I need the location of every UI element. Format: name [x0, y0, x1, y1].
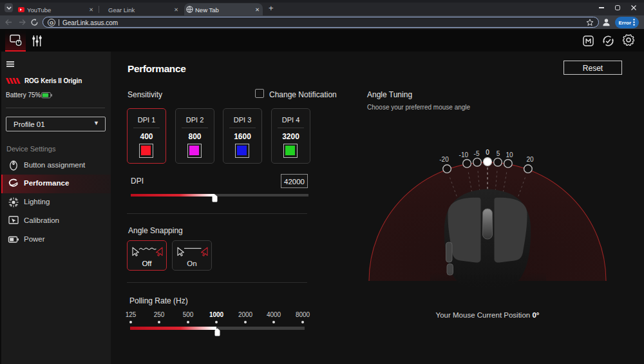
svg-text:-20: -20 — [439, 156, 449, 163]
svg-text:-5: -5 — [474, 150, 480, 157]
svg-text:-10: -10 — [459, 151, 469, 158]
svg-text:10: 10 — [506, 151, 513, 158]
svg-text:20: 20 — [526, 156, 534, 163]
svg-text:0: 0 — [486, 149, 489, 156]
svg-text:5: 5 — [497, 150, 500, 157]
